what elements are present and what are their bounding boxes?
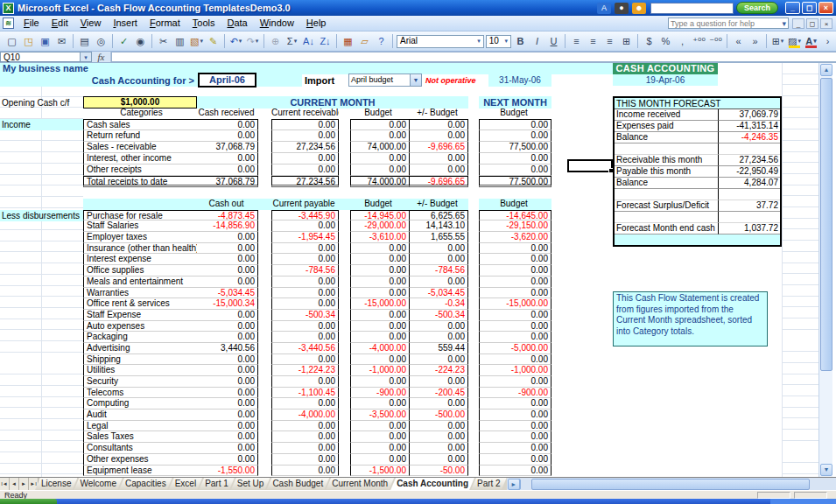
value-cell[interactable]: 27,234.56 <box>271 176 339 187</box>
increase-indent-icon[interactable]: » <box>748 34 762 49</box>
value-cell[interactable]: -4,000.00 <box>350 343 409 354</box>
value-cell[interactable]: 0.00 <box>479 398 551 410</box>
value-cell[interactable]: -15,000.00 <box>479 298 551 310</box>
column-header[interactable]: Budget <box>479 199 551 210</box>
redo-icon[interactable]: ↷▾ <box>245 34 260 49</box>
tab-license[interactable]: License <box>35 478 77 490</box>
value-cell[interactable]: 0.00 <box>409 332 468 343</box>
value-cell[interactable]: -5,000.00 <box>479 343 551 354</box>
value-cell[interactable]: -1,224.23 <box>271 365 339 376</box>
category-cell[interactable]: Computing <box>83 398 197 410</box>
value-cell[interactable]: -784.56 <box>271 265 339 276</box>
category-cell[interactable]: Total receipts to date <box>83 176 197 187</box>
category-cell[interactable]: Office supplies <box>83 265 197 276</box>
column-header[interactable]: Current payable <box>271 199 339 210</box>
first-sheet-button[interactable]: I◄ <box>0 478 10 490</box>
chevron-down-icon[interactable]: ▼ <box>410 74 421 86</box>
category-cell[interactable]: Interest expense <box>83 254 197 265</box>
category-cell[interactable]: Consultants <box>83 443 197 454</box>
column-header[interactable]: Cash out <box>197 199 258 210</box>
business-name-header[interactable]: My business name <box>0 63 613 74</box>
value-cell[interactable]: 0.00 <box>197 164 258 176</box>
menu-item-view[interactable]: View <box>74 16 108 31</box>
value-cell[interactable]: 0.00 <box>197 153 258 164</box>
value-cell[interactable]: 0.00 <box>409 254 468 265</box>
name-box[interactable]: Q10 <box>0 52 81 62</box>
category-cell[interactable]: Warranties <box>83 288 197 299</box>
value-cell[interactable]: 0.00 <box>271 466 339 477</box>
percent-icon[interactable]: % <box>658 34 673 49</box>
borders-icon[interactable]: ⊞▾ <box>770 34 785 49</box>
value-cell[interactable]: -29,150.00 <box>479 220 551 232</box>
value-cell[interactable]: 0.00 <box>197 421 258 432</box>
value-cell[interactable]: 0.00 <box>350 310 409 321</box>
category-cell[interactable]: Categories <box>83 108 197 119</box>
decrease-indent-icon[interactable]: « <box>731 34 746 49</box>
value-cell[interactable]: 0.00 <box>479 153 551 164</box>
value-cell[interactable]: 77,500.00 <box>479 142 551 153</box>
horizontal-scroll-thumb[interactable] <box>531 479 810 490</box>
category-cell[interactable]: Interest, other income <box>83 153 197 164</box>
column-header[interactable]: Budget <box>350 108 409 119</box>
insert-function-icon[interactable]: fx <box>92 52 111 62</box>
addon-person-icon[interactable]: ☻ <box>632 3 646 14</box>
value-cell[interactable]: -500.34 <box>271 310 339 321</box>
category-cell[interactable]: Meals and entertainment <box>83 276 197 288</box>
category-cell[interactable]: Auto expenses <box>83 321 197 332</box>
value-cell[interactable]: 0.00 <box>409 243 468 255</box>
menu-item-tools[interactable]: Tools <box>186 16 221 31</box>
value-cell[interactable]: -14,945.00 <box>350 210 409 221</box>
value-cell[interactable]: 0.00 <box>350 130 409 142</box>
value-cell[interactable]: 0.00 <box>271 243 339 255</box>
value-cell[interactable]: 0.00 <box>197 321 258 332</box>
value-cell[interactable]: -500.00 <box>409 410 468 421</box>
category-cell[interactable]: Staff Expense <box>83 310 197 321</box>
column-header[interactable]: +/- Budget <box>409 199 468 210</box>
new-document-icon[interactable]: ▢ <box>4 34 19 49</box>
value-cell[interactable]: 0.00 <box>271 421 339 432</box>
toolbar-options-icon[interactable]: › <box>820 34 835 49</box>
value-cell[interactable]: 0.00 <box>479 265 551 276</box>
value-cell[interactable]: 0.00 <box>479 276 551 288</box>
value-cell[interactable]: -5,034.45 <box>409 288 468 299</box>
value-cell[interactable]: 0.00 <box>271 220 339 232</box>
value-cell[interactable]: 0.00 <box>197 431 258 443</box>
minimize-button[interactable]: _ <box>785 2 800 14</box>
value-cell[interactable]: -3,620.00 <box>479 232 551 243</box>
value-cell[interactable]: -1,550.00 <box>197 466 258 477</box>
addon-logo-icon[interactable]: A <box>597 3 611 14</box>
print-preview-icon[interactable]: ◎ <box>94 34 109 49</box>
value-cell[interactable]: 0.00 <box>197 410 258 421</box>
category-cell[interactable]: Legal <box>83 421 197 432</box>
sort-ascending-icon[interactable]: A↓ <box>301 34 316 49</box>
value-cell[interactable]: 0.00 <box>479 130 551 142</box>
category-cell[interactable]: Packaging <box>83 332 197 343</box>
menu-item-file[interactable]: File <box>18 16 46 31</box>
vertical-scrollbar[interactable]: ▲ ▼ <box>818 63 832 477</box>
value-cell[interactable]: 0.00 <box>350 164 409 176</box>
period-cell[interactable]: April-06 <box>198 73 256 88</box>
value-cell[interactable]: 0.00 <box>409 354 468 366</box>
category-cell[interactable]: Shipping <box>83 354 197 366</box>
value-cell[interactable]: 0.00 <box>350 398 409 410</box>
formula-input[interactable] <box>111 52 836 62</box>
category-cell[interactable]: Sales - receivable <box>83 142 197 153</box>
value-cell[interactable]: -3,500.00 <box>350 410 409 421</box>
category-cell[interactable]: Cash sales <box>83 119 197 130</box>
value-cell[interactable]: 0.00 <box>271 119 339 130</box>
value-cell[interactable]: 0.00 <box>409 321 468 332</box>
search-input[interactable] <box>650 3 734 14</box>
value-cell[interactable]: 0.00 <box>479 421 551 432</box>
drawing-icon[interactable]: ▱ <box>357 34 372 49</box>
menu-item-format[interactable]: Format <box>144 16 186 31</box>
value-cell[interactable]: 0.00 <box>197 398 258 410</box>
value-cell[interactable]: 0.00 <box>271 431 339 443</box>
value-cell[interactable]: 3,440.56 <box>197 343 258 354</box>
value-cell[interactable]: 0.00 <box>271 376 339 388</box>
value-cell[interactable]: 0.00 <box>409 421 468 432</box>
align-right-icon[interactable]: ≡ <box>602 34 617 49</box>
value-cell[interactable]: 0.00 <box>479 243 551 255</box>
category-cell[interactable] <box>83 199 197 210</box>
value-cell[interactable]: 0.00 <box>271 276 339 288</box>
workbook-minimize-button[interactable]: _ <box>792 18 804 29</box>
